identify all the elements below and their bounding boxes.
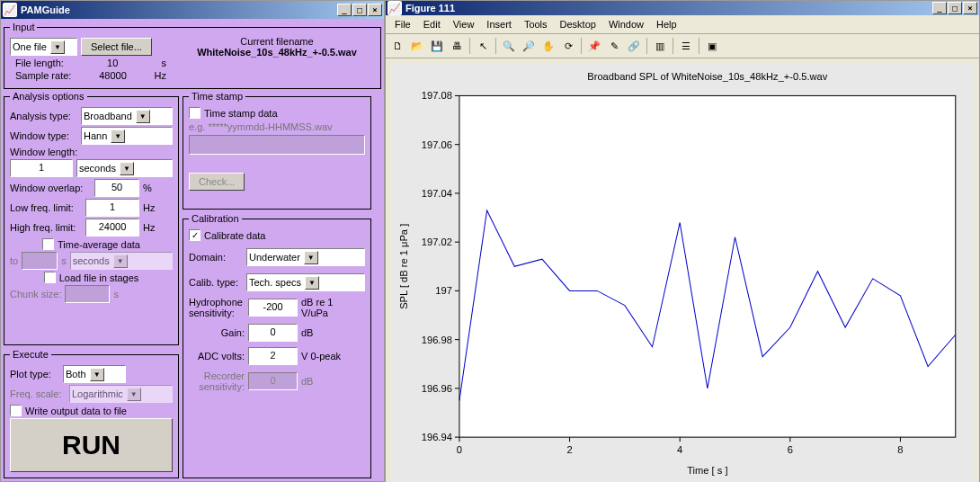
timestamp-placeholder: e.g. *****yymmdd-HHMMSS.wav [189, 121, 365, 132]
gain-unit: dB [301, 327, 313, 338]
to-input [22, 252, 58, 270]
svg-text:197.02: 197.02 [422, 237, 452, 247]
freq-scale-label: Freq. scale: [10, 388, 66, 399]
current-filename: WhiteNoise_10s_48kHz_+-0.5.wav [179, 47, 375, 58]
close-button[interactable]: × [368, 4, 382, 16]
execute-legend: Execute [10, 349, 51, 360]
matlab-icon: 📈 [388, 1, 402, 15]
high-freq-unit: Hz [143, 222, 155, 233]
adc-label: ADC volts: [189, 351, 245, 362]
hydro-unit: dB re 1 V/uPa [301, 297, 346, 318]
select-file-button[interactable]: Select file... [81, 38, 152, 56]
close-button[interactable]: × [963, 2, 977, 14]
menu-desktop[interactable]: Desktop [555, 17, 601, 31]
calib-type-select[interactable]: Tech. specs [246, 273, 365, 291]
hydro-label: Hydrophone sensitivity: [189, 297, 245, 318]
input-legend: Input [10, 22, 37, 32]
time-avg-checkbox[interactable] [42, 238, 54, 250]
menu-insert[interactable]: Insert [481, 17, 517, 31]
link-icon[interactable]: 🔗 [624, 36, 644, 56]
pam-title: PAMGuide [21, 4, 337, 15]
timestamp-checkbox[interactable] [189, 107, 200, 119]
window-type-select[interactable]: Hann [81, 127, 173, 145]
high-freq-input[interactable]: 24000 [85, 219, 139, 237]
datacursor-icon[interactable]: 📌 [584, 36, 604, 56]
analysis-type-select[interactable]: Broadband [81, 107, 173, 125]
new-icon[interactable]: 🗋 [388, 36, 407, 56]
minimize-button[interactable]: _ [932, 2, 947, 14]
analysis-legend: Analysis options [10, 91, 87, 102]
file-length-value: 10 [107, 58, 118, 68]
menu-help[interactable]: Help [651, 17, 682, 31]
chart-xlabel: Time [ s ] [687, 465, 727, 476]
zoom-out-icon[interactable]: 🔎 [519, 36, 539, 56]
hydro-input[interactable]: -200 [248, 299, 298, 317]
calib-type-label: Calib. type: [189, 277, 243, 288]
adc-input[interactable]: 2 [248, 347, 298, 365]
file-length-label: File length: [15, 58, 64, 68]
menu-view[interactable]: View [448, 17, 480, 31]
run-button[interactable]: RUN [10, 418, 173, 472]
rotate-icon[interactable]: ⟳ [558, 36, 578, 56]
menu-window[interactable]: Window [603, 17, 649, 31]
high-freq-label: High freq. limit: [10, 222, 82, 233]
adc-unit: V 0-peak [301, 351, 341, 362]
current-filename-label: Current filename [179, 36, 375, 47]
calibrate-label: Calibrate data [204, 230, 266, 241]
maximize-button[interactable]: □ [352, 4, 367, 16]
recorder-input: 0 [248, 372, 298, 390]
time-avg-label: Time-average data [58, 239, 140, 250]
low-freq-label: Low freq. limit: [10, 202, 82, 213]
svg-text:197: 197 [435, 285, 452, 296]
write-output-checkbox[interactable] [10, 405, 22, 416]
low-freq-unit: Hz [143, 202, 155, 213]
domain-select[interactable]: Underwater [246, 248, 365, 266]
save-icon[interactable]: 💾 [427, 36, 447, 56]
pan-icon[interactable]: ✋ [539, 36, 558, 56]
input-fieldset: Input One file Select file... File lengt… [4, 22, 381, 89]
timestamp-label: Time stamp data [204, 108, 278, 119]
zoom-in-icon[interactable]: 🔍 [499, 36, 519, 56]
chart-svg[interactable]: 02468196.94196.96196.98197197.02197.0419… [391, 64, 974, 482]
legend-icon[interactable]: ☰ [676, 36, 696, 56]
figure-toolbar: 🗋📂💾🖶↖🔍🔎✋⟳📌✎🔗▥☰▣ [386, 34, 979, 58]
brush-icon[interactable]: ✎ [604, 36, 624, 56]
analysis-type-label: Analysis type: [10, 111, 77, 121]
check-button: Check... [189, 173, 245, 191]
figure-window: 📈 Figure 111 _ □ × FileEditViewInsertToo… [385, 0, 980, 482]
file-length-unit: s [162, 58, 167, 68]
open-icon[interactable]: 📂 [407, 36, 427, 56]
menu-tools[interactable]: Tools [519, 17, 553, 31]
plot-type-select[interactable]: Both [63, 365, 126, 383]
window-type-label: Window type: [10, 130, 77, 141]
arrow-icon[interactable]: ↖ [473, 36, 493, 56]
window-length-input[interactable]: 1 [10, 159, 73, 177]
figure-menubar: FileEditViewInsertToolsDesktopWindowHelp [386, 15, 979, 34]
figure-titlebar[interactable]: 📈 Figure 111 _ □ × [386, 1, 979, 15]
time-unit-select: seconds [70, 252, 173, 270]
sample-rate-label: Sample rate: [15, 70, 71, 81]
window-overlap-label: Window overlap: [10, 183, 91, 193]
print-icon[interactable]: 🖶 [447, 36, 467, 56]
low-freq-input[interactable]: 1 [85, 199, 139, 217]
maximize-button[interactable]: □ [948, 2, 962, 14]
minimize-button[interactable]: _ [337, 4, 352, 16]
svg-text:196.98: 196.98 [422, 335, 452, 345]
colorbar-icon[interactable]: ▥ [650, 36, 670, 56]
pam-titlebar[interactable]: 📈 PAMGuide _ □ × [1, 1, 384, 19]
gain-input[interactable]: 0 [248, 324, 298, 342]
window-length-unit-select[interactable]: seconds [76, 159, 173, 177]
execute-fieldset: Execute Plot type:Both Freq. scale:Logar… [4, 349, 179, 478]
chunk-size-input [65, 285, 110, 303]
window-overlap-input[interactable]: 50 [94, 179, 139, 197]
source-select[interactable]: One file [10, 38, 77, 56]
window-overlap-unit: % [143, 183, 152, 193]
calibration-legend: Calibration [189, 213, 242, 224]
menu-file[interactable]: File [389, 17, 416, 31]
dock-icon[interactable]: ▣ [702, 36, 722, 56]
svg-text:197.08: 197.08 [422, 90, 452, 101]
calibrate-checkbox[interactable]: ✓ [189, 229, 200, 241]
load-stages-checkbox[interactable] [44, 272, 56, 283]
recorder-label: Recorder sensitivity: [189, 370, 245, 392]
menu-edit[interactable]: Edit [418, 17, 446, 31]
